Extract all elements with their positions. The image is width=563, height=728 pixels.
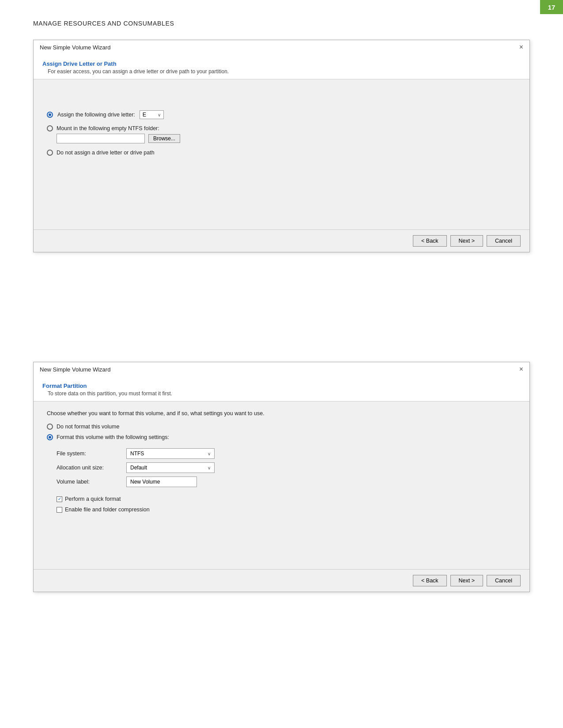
dialog1-radio-group: Assign the following drive letter: E ∨ M… [47, 110, 516, 156]
dialog1-back-button[interactable]: < Back [413, 235, 447, 247]
dialog2-options: Do not format this volume Format this vo… [47, 424, 516, 513]
dialog1-next-button[interactable]: Next > [450, 235, 483, 247]
dialog2-header: Format Partition To store data on this p… [34, 376, 529, 402]
dialog1-header-title: Assign Drive Letter or Path [42, 60, 521, 67]
dialog2-vol-input[interactable] [126, 477, 197, 487]
dialog2-radio2-row: Format this volume with the following se… [47, 434, 516, 440]
dialog2-fs-select[interactable]: NTFS ∨ [126, 448, 215, 459]
dialog2-radio1-row: Do not format this volume [47, 424, 516, 430]
dialog1-ntfs-row: Browse... [57, 134, 516, 143]
dialog2-fs-chevron-icon: ∨ [208, 451, 211, 456]
dialog1-radio3-row: Do not assign a drive letter or drive pa… [47, 150, 516, 156]
dialog1-cancel-button[interactable]: Cancel [487, 235, 521, 247]
dialog2-close-button[interactable]: × [519, 366, 523, 373]
dialog2-cancel-button[interactable]: Cancel [487, 575, 521, 586]
page-badge: 17 [540, 0, 563, 14]
dialog1-radio2-label: Mount in the following empty NTFS folder… [57, 125, 159, 131]
dialog2-checkbox1-label: Perform a quick format [65, 496, 121, 502]
dialog2-checkbox1-row: Perform a quick format [57, 496, 516, 502]
dialog2-checkbox2[interactable] [57, 507, 62, 513]
dialog-format-partition: New Simple Volume Wizard × Format Partit… [33, 362, 530, 592]
dialog2-alloc-value: Default [130, 465, 147, 471]
dialog-assign-drive: New Simple Volume Wizard × Assign Drive … [33, 40, 530, 252]
dialog1-radio1-row: Assign the following drive letter: E ∨ [47, 110, 516, 119]
dialog2-radio1-label: Do not format this volume [57, 424, 119, 430]
dialog2-checkbox1[interactable] [57, 496, 62, 502]
dialog2-info-text: Choose whether you want to format this v… [47, 410, 516, 417]
dialog1-header-subtitle: For easier access, you can assign a driv… [42, 68, 521, 75]
dialog2-checkbox2-label: Enable file and folder compression [65, 507, 150, 513]
dialog1-ntfs-input[interactable] [57, 134, 145, 143]
dialog2-back-button[interactable]: < Back [413, 575, 447, 586]
dialog2-checkbox2-row: Enable file and folder compression [57, 507, 516, 513]
dialog2-radio2[interactable] [47, 434, 53, 440]
dialog1-close-button[interactable]: × [519, 44, 523, 51]
dialog2-next-button[interactable]: Next > [450, 575, 483, 586]
dialog1-header: Assign Drive Letter or Path For easier a… [34, 54, 529, 79]
dialog2-radio2-label: Format this volume with the following se… [57, 434, 169, 440]
dialog1-body: Assign the following drive letter: E ∨ M… [34, 79, 529, 229]
dialog1-drive-letter-value: E [143, 112, 146, 118]
dialog2-alloc-select[interactable]: Default ∨ [126, 462, 215, 473]
dialog1-browse-button[interactable]: Browse... [148, 134, 180, 143]
dialog2-header-subtitle: To store data on this partition, you mus… [42, 390, 521, 397]
dialog2-settings-grid: File system: NTFS ∨ Allocation unit size… [57, 448, 516, 487]
dialog1-chevron-icon: ∨ [158, 113, 161, 117]
dialog1-radio1-label: Assign the following drive letter: [57, 112, 135, 118]
dialog1-drive-letter-select[interactable]: E ∨ [140, 110, 164, 119]
dialog1-radio2[interactable] [47, 125, 53, 131]
dialog2-titlebar: New Simple Volume Wizard × [34, 362, 529, 376]
dialog1-radio2-group: Mount in the following empty NTFS folder… [47, 125, 516, 143]
page-title: MANAGE RESOURCES AND CONSUMABLES [33, 20, 174, 27]
dialog1-radio1[interactable] [47, 112, 53, 118]
dialog2-body: Choose whether you want to format this v… [34, 402, 529, 569]
dialog2-radio1[interactable] [47, 424, 53, 430]
dialog2-header-title: Format Partition [42, 383, 521, 389]
dialog1-titlebar: New Simple Volume Wizard × [34, 40, 529, 54]
dialog2-vol-label: Volume label: [57, 477, 123, 487]
dialog1-radio2-row: Mount in the following empty NTFS folder… [47, 125, 516, 131]
dialog2-fs-value: NTFS [130, 450, 144, 457]
dialog2-fs-label: File system: [57, 448, 123, 459]
dialog1-title-text: New Simple Volume Wizard [40, 44, 110, 51]
dialog1-radio3-label: Do not assign a drive letter or drive pa… [57, 150, 155, 156]
dialog2-alloc-label: Allocation unit size: [57, 462, 123, 473]
dialog2-footer: < Back Next > Cancel [34, 569, 529, 592]
dialog1-radio3[interactable] [47, 150, 53, 156]
dialog2-title-text: New Simple Volume Wizard [40, 366, 110, 373]
dialog1-footer: < Back Next > Cancel [34, 229, 529, 252]
dialog2-alloc-chevron-icon: ∨ [208, 465, 211, 470]
